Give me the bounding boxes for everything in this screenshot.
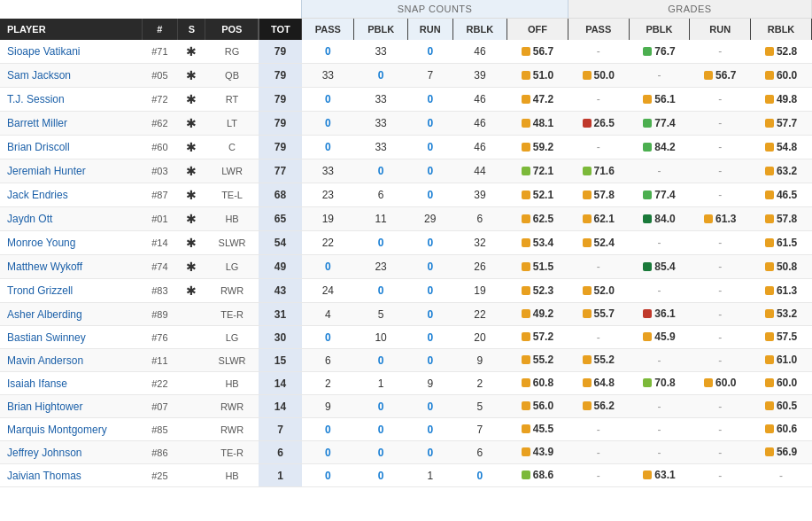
snap-total: 15 bbox=[259, 349, 302, 372]
position: TE-R bbox=[205, 441, 259, 464]
player-number: #01 bbox=[142, 207, 178, 231]
player-col-header: PLAYER bbox=[0, 19, 142, 41]
grade-run-col-header: RUN bbox=[690, 19, 751, 41]
grade-rblk: 46.5 bbox=[751, 183, 812, 207]
player-name[interactable]: Jeremiah Hunter bbox=[0, 159, 142, 183]
star-indicator: ✱ bbox=[178, 279, 205, 303]
snap-cell: 0 bbox=[354, 464, 407, 487]
grade-off: 51.5 bbox=[507, 255, 568, 279]
grade-run: - bbox=[690, 326, 751, 349]
grade-dot bbox=[643, 309, 652, 318]
grade-dot bbox=[643, 262, 652, 271]
player-name[interactable]: Jaivian Thomas bbox=[0, 464, 142, 487]
snap-cell: 33 bbox=[354, 40, 407, 64]
grade-dot bbox=[765, 167, 774, 175]
snap-cell: 23 bbox=[302, 183, 354, 207]
grade-dot bbox=[643, 95, 652, 104]
player-number: #60 bbox=[142, 136, 178, 159]
snap-cell: 2 bbox=[452, 372, 507, 395]
snap-total: 77 bbox=[259, 159, 302, 183]
star-indicator bbox=[178, 326, 205, 349]
grade-dot bbox=[643, 332, 652, 341]
grade-off: 68.6 bbox=[507, 464, 568, 487]
player-name[interactable]: Asher Alberding bbox=[0, 303, 142, 326]
position: HB bbox=[205, 464, 259, 487]
snap-cell: 5 bbox=[452, 395, 507, 418]
position: RG bbox=[205, 40, 259, 64]
snap-cell: 1 bbox=[407, 464, 452, 487]
player-number: #62 bbox=[142, 112, 178, 136]
player-name[interactable]: Barrett Miller bbox=[0, 112, 142, 136]
player-number: #14 bbox=[142, 231, 178, 255]
star-indicator bbox=[178, 441, 205, 464]
empty-section bbox=[0, 0, 302, 19]
grade-off: 57.2 bbox=[507, 326, 568, 349]
grade-pass: - bbox=[568, 326, 629, 349]
grade-pblk-col-header: PBLK bbox=[629, 19, 690, 41]
grade-rblk: 54.8 bbox=[751, 136, 812, 159]
grade-off: 43.9 bbox=[507, 441, 568, 464]
player-name[interactable]: Matthew Wykoff bbox=[0, 255, 142, 279]
position: RWR bbox=[205, 279, 259, 303]
grade-dot bbox=[522, 470, 530, 479]
grade-dot bbox=[522, 355, 530, 364]
grade-pblk: - bbox=[629, 64, 690, 88]
table-row: Barrett Miller #62 ✱ LT 79 0 33 0 46 48.… bbox=[0, 112, 812, 136]
grade-dot bbox=[522, 191, 530, 199]
snap-cell: 6 bbox=[452, 207, 507, 231]
grade-dot bbox=[583, 286, 592, 295]
player-name[interactable]: Sioape Vatikani bbox=[0, 40, 142, 64]
player-name[interactable]: Sam Jackson bbox=[0, 64, 142, 88]
player-name[interactable]: Jeffrey Johnson bbox=[0, 441, 142, 464]
grade-off: 55.2 bbox=[507, 349, 568, 372]
snap-cell: 0 bbox=[302, 255, 354, 279]
player-name[interactable]: Mavin Anderson bbox=[0, 349, 142, 372]
position: RWR bbox=[205, 395, 259, 418]
snap-cell: 33 bbox=[302, 64, 354, 88]
grade-rblk: 61.0 bbox=[751, 349, 812, 372]
grade-run: - bbox=[690, 136, 751, 159]
player-number: #72 bbox=[142, 88, 178, 112]
snap-cell: 0 bbox=[302, 441, 354, 464]
table-row: Trond Grizzell #83 ✱ RWR 43 24 0 0 19 52… bbox=[0, 279, 812, 303]
player-name[interactable]: Bastian Swinney bbox=[0, 326, 142, 349]
player-number: #89 bbox=[142, 303, 178, 326]
star-indicator bbox=[178, 464, 205, 487]
grade-pass: 71.6 bbox=[568, 159, 629, 183]
player-name[interactable]: Marquis Montgomery bbox=[0, 418, 142, 441]
snap-cell: 9 bbox=[407, 372, 452, 395]
snap-cell: 0 bbox=[407, 40, 452, 64]
num-col-header: # bbox=[142, 19, 178, 41]
player-name[interactable]: Trond Grizzell bbox=[0, 279, 142, 303]
player-name[interactable]: Monroe Young bbox=[0, 231, 142, 255]
star-indicator: ✱ bbox=[178, 88, 205, 112]
grade-dot bbox=[765, 191, 774, 199]
grade-rblk: 60.0 bbox=[751, 64, 812, 88]
player-name[interactable]: Jack Endries bbox=[0, 183, 142, 207]
player-name[interactable]: Jaydn Ott bbox=[0, 207, 142, 231]
snap-cell: 9 bbox=[452, 349, 507, 372]
snap-cell: 7 bbox=[452, 418, 507, 441]
grade-run: - bbox=[690, 159, 751, 183]
player-name[interactable]: Brian Driscoll bbox=[0, 136, 142, 159]
pos-col-header: POS bbox=[205, 19, 259, 41]
star-indicator: ✱ bbox=[178, 207, 205, 231]
player-name[interactable]: Isaiah Ifanse bbox=[0, 372, 142, 395]
grade-dot bbox=[704, 71, 713, 80]
grade-off: 60.8 bbox=[507, 372, 568, 395]
star-col-header: S bbox=[178, 19, 205, 41]
grade-run: - bbox=[690, 183, 751, 207]
grade-pass: 57.8 bbox=[568, 183, 629, 207]
player-name[interactable]: Brian Hightower bbox=[0, 395, 142, 418]
grade-pblk: 36.1 bbox=[629, 303, 690, 326]
grade-pblk: - bbox=[629, 231, 690, 255]
snap-total: 6 bbox=[259, 441, 302, 464]
player-number: #83 bbox=[142, 279, 178, 303]
grade-dot bbox=[765, 332, 774, 341]
grade-run: - bbox=[690, 231, 751, 255]
grade-rblk: 60.5 bbox=[751, 395, 812, 418]
snap-cell: 0 bbox=[407, 255, 452, 279]
snap-cell: 0 bbox=[407, 136, 452, 159]
player-name[interactable]: T.J. Session bbox=[0, 88, 142, 112]
snap-cell: 0 bbox=[407, 349, 452, 372]
